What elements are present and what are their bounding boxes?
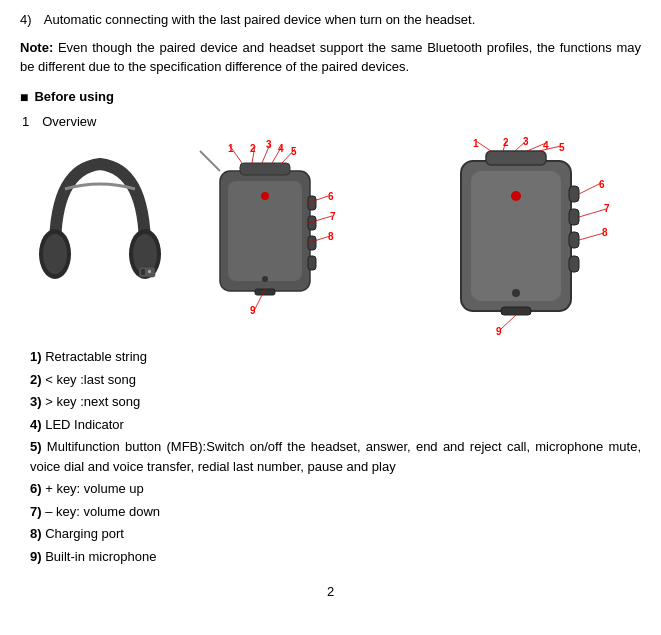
intro-section: 4) Automatic connecting with the last pa…	[20, 10, 641, 77]
note-label: Note:	[20, 40, 53, 55]
page-number: 2	[20, 582, 641, 602]
note-paragraph: Note: Even though the paired device and …	[20, 38, 641, 77]
svg-point-34	[511, 191, 521, 201]
svg-rect-31	[569, 209, 579, 225]
svg-point-16	[262, 276, 268, 282]
num-label-3-small: 3	[266, 137, 272, 152]
feature-item-6: 6) + key: volume up	[30, 479, 641, 499]
feature-num-1: 1)	[30, 349, 45, 364]
num-label-2-small: 2	[250, 141, 256, 156]
feature-item-9: 9) Built-in microphone	[30, 547, 641, 567]
svg-rect-28	[471, 171, 561, 301]
overview-label: 1 Overview	[22, 112, 641, 132]
feature-item-7: 7) – key: volume down	[30, 502, 641, 522]
before-using-header: ■ Before using	[20, 87, 641, 108]
feature-num-2: 2)	[30, 372, 45, 387]
svg-line-45	[501, 315, 516, 329]
num-label-1-small: 1	[228, 141, 234, 156]
feature-num-8: 8)	[30, 526, 45, 541]
svg-rect-29	[486, 151, 546, 165]
feature-text-6: + key: volume up	[45, 481, 144, 496]
svg-rect-32	[569, 232, 579, 248]
svg-rect-13	[240, 163, 290, 175]
svg-line-17	[200, 151, 220, 171]
detail-view-large: 1 2 3 4 5 6 7 8 9	[421, 141, 641, 331]
feature-num-5: 5)	[30, 439, 47, 454]
svg-line-43	[579, 209, 606, 217]
headphone-svg	[35, 149, 165, 314]
num-label-2-large: 2	[503, 135, 509, 150]
feature-item-8: 8) Charging port	[30, 524, 641, 544]
feature-item-5: 5) Multifunction button (MFB):Switch on/…	[30, 437, 641, 476]
feature-text-8: Charging port	[45, 526, 124, 541]
detail-small-svg	[190, 141, 350, 321]
images-row: 1 2 3 4 5 6 7 8 9	[20, 141, 641, 331]
detail-view-small: 1 2 3 4 5 6 7 8 9	[190, 141, 350, 321]
feature-text-3: > key :next song	[45, 394, 140, 409]
num-label-4-small: 4	[278, 141, 284, 156]
svg-rect-33	[569, 256, 579, 272]
svg-rect-12	[308, 256, 316, 270]
svg-rect-5	[141, 269, 145, 275]
num-label-5-small: 5	[291, 144, 297, 159]
intro-item4: 4) Automatic connecting with the last pa…	[20, 10, 641, 30]
feature-item-3: 3) > key :next song	[30, 392, 641, 412]
feature-text-9: Built-in microphone	[45, 549, 156, 564]
svg-point-36	[512, 289, 520, 297]
num-label-7-large: 7	[604, 201, 610, 216]
feature-item-4: 4) LED Indicator	[30, 415, 641, 435]
feature-text-2: < key :last song	[45, 372, 136, 387]
num-label-9-small: 9	[250, 303, 256, 318]
detail-large-svg	[421, 141, 641, 331]
num-label-7-small: 7	[330, 209, 336, 224]
detail-numbered-small: 1 2 3 4 5 6 7 8 9	[190, 141, 350, 321]
svg-rect-6	[148, 270, 151, 273]
feature-text-1: Retractable string	[45, 349, 147, 364]
feature-num-7: 7)	[30, 504, 45, 519]
svg-point-14	[261, 192, 269, 200]
feature-num-9: 9)	[30, 549, 45, 564]
num-label-8-small: 8	[328, 229, 334, 244]
num-label-6-small: 6	[328, 189, 334, 204]
num-label-1-large: 1	[473, 136, 479, 151]
feature-text-4: LED Indicator	[45, 417, 124, 432]
svg-rect-35	[501, 307, 531, 315]
note-body: Even though the paired device and headse…	[20, 40, 641, 75]
num-label-9-large: 9	[496, 324, 502, 339]
num-label-8-large: 8	[602, 225, 608, 240]
svg-point-1	[43, 234, 67, 274]
features-list: 1) Retractable string2) < key :last song…	[30, 347, 641, 566]
before-using-label: Before using	[34, 87, 113, 107]
feature-num-6: 6)	[30, 481, 45, 496]
feature-item-2: 2) < key :last song	[30, 370, 641, 390]
feature-text-5: Multifunction button (MFB):Switch on/off…	[30, 439, 641, 474]
num-label-6-large: 6	[599, 177, 605, 192]
headphone-full-view	[20, 141, 180, 321]
num-label-4-large: 4	[543, 138, 549, 153]
num-label-3-large: 3	[523, 134, 529, 149]
svg-line-42	[579, 183, 601, 194]
feature-text-7: – key: volume down	[45, 504, 160, 519]
svg-rect-30	[569, 186, 579, 202]
feature-num-3: 3)	[30, 394, 45, 409]
before-using-bullet: ■	[20, 87, 28, 108]
svg-rect-15	[255, 289, 275, 295]
feature-item-1: 1) Retractable string	[30, 347, 641, 367]
feature-num-4: 4)	[30, 417, 45, 432]
num-label-5-large: 5	[559, 140, 565, 155]
svg-line-44	[579, 233, 604, 240]
detail-numbered-large: 1 2 3 4 5 6 7 8 9	[421, 141, 641, 331]
